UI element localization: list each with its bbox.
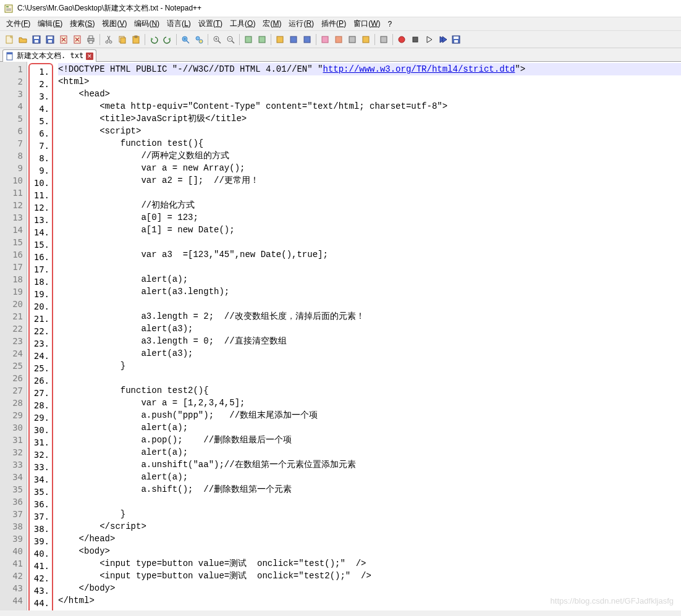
- play-multi-icon[interactable]: [436, 33, 449, 46]
- save-all-icon[interactable]: [43, 33, 57, 46]
- indent-icon[interactable]: [300, 33, 314, 46]
- code-line[interactable]: <body>: [58, 545, 681, 557]
- menu-item[interactable]: 运行(R): [285, 17, 318, 30]
- code-line[interactable]: a.shift(); //删除数组第一个元素: [58, 483, 681, 496]
- code-line[interactable]: function test(){: [58, 137, 681, 150]
- menu-item[interactable]: ?: [384, 19, 395, 30]
- toolbar-separator: [392, 34, 393, 45]
- code-line[interactable]: [58, 496, 681, 508]
- menu-item[interactable]: 插件(P): [318, 17, 350, 30]
- code-line[interactable]: [58, 298, 681, 310]
- code-line[interactable]: </script>: [58, 520, 681, 533]
- code-line[interactable]: <meta http-equiv="Content-Type" content=…: [58, 100, 681, 112]
- menu-item[interactable]: 编码(N): [130, 17, 163, 30]
- doc-map-icon[interactable]: [332, 33, 345, 46]
- code-line[interactable]: <input type=button value=测试 onclick="tes…: [58, 570, 681, 582]
- save-macro-icon[interactable]: [449, 33, 463, 46]
- editor[interactable]: 1234567891011121314151617181920212223242…: [0, 62, 681, 610]
- lang-icon[interactable]: [318, 33, 332, 46]
- menu-item[interactable]: 视图(V): [98, 17, 130, 30]
- code-line[interactable]: [58, 372, 681, 384]
- code-line[interactable]: alert(a);: [58, 471, 681, 483]
- code-line[interactable]: <input type=button value=测试 onclick="tes…: [58, 557, 681, 570]
- menu-item[interactable]: 语言(L): [163, 17, 195, 30]
- svg-rect-2: [6, 9, 11, 9]
- toolbar-separator: [176, 34, 177, 45]
- new-file-icon[interactable]: [2, 33, 16, 46]
- folder-icon[interactable]: [359, 33, 373, 46]
- code-line[interactable]: }: [58, 508, 681, 520]
- menu-item[interactable]: 宏(M): [259, 17, 285, 30]
- code-line[interactable]: </body>: [58, 582, 681, 594]
- code-line[interactable]: [58, 187, 681, 199]
- code-line[interactable]: alert(a);: [58, 446, 681, 458]
- code-line[interactable]: function test2(){: [58, 384, 681, 397]
- wrap-icon[interactable]: [273, 33, 287, 46]
- code-line[interactable]: a3.length = 2; //改变数组长度，清掉后面的元素！: [58, 310, 681, 323]
- code-line[interactable]: }: [58, 360, 681, 372]
- all-chars-icon[interactable]: [287, 33, 300, 46]
- close-all-icon[interactable]: [70, 33, 84, 46]
- code-line[interactable]: alert(a);: [58, 421, 681, 434]
- menu-item[interactable]: 文件(F): [2, 17, 34, 30]
- code-line[interactable]: </html>: [58, 594, 681, 607]
- toolbar-separator: [316, 34, 316, 45]
- code-line[interactable]: [58, 261, 681, 273]
- code-line[interactable]: a.pop(); //删除数组最后一个项: [58, 434, 681, 446]
- code-line[interactable]: alert(a3);: [58, 347, 681, 360]
- code-line[interactable]: alert(a3);: [58, 323, 681, 335]
- code-line[interactable]: a[0] = 123;: [58, 211, 681, 224]
- code-line[interactable]: </head>: [58, 533, 681, 545]
- code-line[interactable]: alert(a3.length);: [58, 285, 681, 298]
- code-line[interactable]: var a = [1,2,3,4,5];: [58, 397, 681, 409]
- code-area[interactable]: <!DOCTYPE HTML PUBLIC "-//W3C//DTD HTML …: [54, 62, 681, 610]
- svg-rect-33: [336, 36, 342, 43]
- code-line[interactable]: a3.length = 0; //直接清空数组: [58, 335, 681, 347]
- func-list-icon[interactable]: [345, 33, 359, 46]
- code-line[interactable]: <title>JavaScript初级</title>: [58, 112, 681, 125]
- sync-v-icon[interactable]: [242, 33, 255, 46]
- close-icon[interactable]: [57, 33, 70, 46]
- record-icon[interactable]: [395, 33, 408, 46]
- menu-item[interactable]: 工具(O): [226, 17, 259, 30]
- replace-icon[interactable]: [192, 33, 206, 46]
- code-line[interactable]: <script>: [58, 125, 681, 137]
- sync-h-icon[interactable]: [255, 33, 269, 46]
- open-file-icon[interactable]: [16, 33, 30, 46]
- tabbar: 新建文本文档. txt ✕: [0, 48, 681, 62]
- svg-rect-9: [48, 36, 53, 39]
- code-line[interactable]: //初始化方式: [58, 199, 681, 211]
- stop-icon[interactable]: [408, 33, 422, 46]
- code-line[interactable]: a.push("ppp"); //数组末尾添加一个项: [58, 409, 681, 421]
- svg-rect-1: [6, 6, 9, 7]
- play-icon[interactable]: [422, 33, 436, 46]
- save-icon[interactable]: [30, 33, 43, 46]
- tab-close-icon[interactable]: ✕: [86, 53, 93, 60]
- menu-item[interactable]: 编辑(E): [34, 17, 66, 30]
- zoom-in-icon[interactable]: [210, 33, 224, 46]
- copy-icon[interactable]: [116, 33, 129, 46]
- code-line[interactable]: <head>: [58, 88, 681, 100]
- redo-icon[interactable]: [161, 33, 174, 46]
- code-line[interactable]: <!DOCTYPE HTML PUBLIC "-//W3C//DTD HTML …: [58, 63, 681, 75]
- file-tab[interactable]: 新建文本文档. txt ✕: [2, 49, 96, 62]
- monitor-icon[interactable]: [377, 33, 391, 46]
- print-icon[interactable]: [84, 33, 98, 46]
- menu-item[interactable]: 搜索(S): [66, 17, 98, 30]
- code-line[interactable]: [58, 236, 681, 248]
- find-icon[interactable]: [179, 33, 192, 46]
- cut-icon[interactable]: [102, 33, 116, 46]
- paste-icon[interactable]: [129, 33, 143, 46]
- code-line[interactable]: var a2 = []; //更常用！: [58, 174, 681, 187]
- zoom-out-icon[interactable]: [224, 33, 237, 46]
- code-line[interactable]: var a3 =[123,"45",new Date(),true];: [58, 248, 681, 261]
- code-line[interactable]: alert(a);: [58, 273, 681, 285]
- code-line[interactable]: <html>: [58, 75, 681, 88]
- code-line[interactable]: //两种定义数组的方式: [58, 150, 681, 162]
- menu-item[interactable]: 设置(T): [195, 17, 226, 30]
- menu-item[interactable]: 窗口(W): [350, 17, 384, 30]
- code-line[interactable]: a.unshift("aa");//在数组第一个元素位置添加元素: [58, 458, 681, 471]
- undo-icon[interactable]: [147, 33, 161, 46]
- code-line[interactable]: a[1] = new Date();: [58, 224, 681, 236]
- code-line[interactable]: var a = new Array();: [58, 162, 681, 174]
